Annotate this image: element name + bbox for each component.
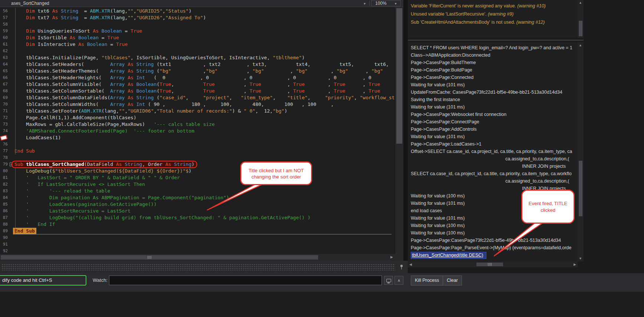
code-line: 74 'ABMShared.ConnectFooterFixed(Page) '… bbox=[0, 128, 394, 134]
kill-process-button[interactable]: Kill Process bbox=[411, 276, 443, 286]
log-line: Page->CasesPage:BuildPage bbox=[411, 66, 578, 74]
fold-margin bbox=[10, 61, 14, 68]
method-dropdown[interactable]: ases_SortChanged ▾ bbox=[0, 1, 368, 6]
scroll-right-icon[interactable]: ▶ bbox=[390, 255, 393, 259]
fold-margin bbox=[10, 81, 14, 88]
logs-vscrollbar[interactable]: ▲ ▼ bbox=[578, 42, 584, 261]
line-number: 88 bbox=[0, 221, 10, 228]
annotation-code-callout: Title clicked but I am NOT changing the … bbox=[240, 161, 312, 185]
line-number: 58 bbox=[0, 21, 10, 28]
code-editor[interactable]: 56 Dim txt6 As String = ABM.XTR(lang,"",… bbox=[0, 7, 394, 254]
line-number: 77 bbox=[0, 148, 10, 154]
code-text: tblCases.SetFooter(ABM.XTR(lang,"","UGRI… bbox=[14, 108, 287, 114]
log-line: Page->CasesPage:AddControls bbox=[411, 126, 578, 133]
logs-vscroll-thumb[interactable] bbox=[579, 161, 582, 216]
scroll-grip-icon bbox=[148, 256, 151, 259]
code-vscroll-thumb[interactable] bbox=[396, 8, 402, 144]
line-number: 79 bbox=[0, 161, 10, 168]
watch-input[interactable] bbox=[109, 276, 382, 285]
fold-margin bbox=[10, 188, 14, 194]
warning-line: Sub 'CreateHtmlAndAttachmentsBody' is no… bbox=[411, 18, 578, 26]
line-number: 65 bbox=[0, 68, 10, 74]
log-line: SELECT ca.case_id, ca.project_id, ca.tit… bbox=[411, 170, 578, 177]
bottom-bar: dify code and hit Ctrl+S Watch: ∧ Kill P… bbox=[0, 273, 644, 292]
fold-margin bbox=[10, 181, 14, 188]
line-number: 76 bbox=[0, 141, 10, 148]
warning-line: Unused variable 'LastSortRecursive'. (wa… bbox=[411, 10, 578, 18]
warning-list: Variable 'FilterCurrent' is never assign… bbox=[411, 2, 578, 26]
clear-button[interactable]: Clear bbox=[443, 276, 462, 286]
callout-text: Event fired, TITLE bbox=[522, 200, 574, 207]
fold-margin bbox=[10, 34, 14, 41]
log-lines: SELECT * FROM users WHERE login_email=? … bbox=[411, 44, 578, 259]
code-line: 65 tblCases.SetHeaderThemes( Array As St… bbox=[0, 68, 394, 74]
code-text: LoadCases(1) bbox=[14, 134, 61, 141]
code-text: tblCases.SetColumnDataFields(Array As St… bbox=[14, 94, 394, 101]
line-number: 83 bbox=[0, 188, 10, 194]
scroll-up-icon[interactable]: ▲ bbox=[579, 1, 582, 4]
line-number: 67 bbox=[0, 81, 10, 88]
chevron-down-icon: ▾ bbox=[361, 1, 368, 6]
code-text: ' Dim pagination As ABMPagination = Page… bbox=[14, 194, 229, 201]
pin-icon[interactable] bbox=[399, 264, 404, 271]
code-text: ' LastSortRecursive = LastSort bbox=[14, 208, 131, 214]
code-line: 71 tblCases.SetFooter(ABM.XTR(lang,"","U… bbox=[0, 108, 394, 114]
line-number: 81 bbox=[0, 174, 10, 181]
indent-guide bbox=[15, 8, 16, 154]
code-line: 90 bbox=[0, 234, 394, 241]
device-button[interactable] bbox=[384, 276, 393, 285]
fold-margin bbox=[10, 74, 14, 81]
callout-text: changing the sort order bbox=[241, 174, 311, 180]
code-text: Dim UsingQueriesToSort As Boolean = True bbox=[14, 28, 142, 34]
logs-panel[interactable]: SELECT * FROM users WHERE login_email=? … bbox=[408, 42, 578, 261]
log-line: Waiting for value (100 ms) bbox=[411, 229, 578, 237]
fold-margin bbox=[10, 194, 14, 201]
code-line: 56 Dim txt6 As String = ABM.XTR(lang,"",… bbox=[0, 8, 394, 14]
warnings-vscrollbar[interactable]: ▲ bbox=[578, 0, 584, 38]
code-text: End Sub bbox=[14, 228, 36, 234]
fold-margin bbox=[10, 8, 14, 14]
collapse-button[interactable]: ∧ bbox=[394, 276, 403, 285]
scroll-down-icon[interactable]: ▼ bbox=[579, 257, 582, 260]
code-line: 91 bbox=[0, 241, 394, 248]
log-line-selected: tblUsers_SortChanged(title DESC) bbox=[411, 251, 578, 259]
code-text: ' '--- reload the table bbox=[14, 188, 110, 194]
line-number: 92 bbox=[0, 248, 10, 254]
code-hscroll-thumb[interactable] bbox=[1, 255, 318, 260]
line-number: 70 bbox=[0, 101, 10, 108]
warnings-vscroll-thumb[interactable] bbox=[579, 21, 582, 36]
logs-hscrollbar[interactable]: ◀ ▶ bbox=[408, 261, 578, 267]
code-hscrollbar[interactable]: ▶ bbox=[0, 254, 394, 261]
code-line: 85 ' LoadCases(pagination.GetActivePage(… bbox=[0, 201, 394, 208]
scroll-right-icon[interactable]: ▶ bbox=[574, 263, 576, 266]
callout-text: Title clicked but I am NOT bbox=[241, 167, 311, 174]
code-vscrollbar[interactable] bbox=[395, 7, 403, 254]
zoom-dropdown[interactable]: 100% ▾ bbox=[371, 0, 401, 6]
code-line: 57 Dim txt7 As String = ABM.XTR(lang,"",… bbox=[0, 14, 394, 21]
log-line: Waiting for value (101 ms) bbox=[411, 81, 578, 89]
fold-margin bbox=[10, 134, 14, 141]
line-number: 64 bbox=[0, 61, 10, 68]
code-text: End Sub bbox=[14, 148, 35, 154]
code-text: Dim IsSortible As Boolean = True bbox=[14, 34, 119, 41]
fold-margin bbox=[10, 68, 14, 74]
scroll-left-icon[interactable]: ◀ bbox=[409, 263, 412, 266]
log-line: Offset->SELECT ca.case_id, ca.project_id… bbox=[411, 148, 578, 155]
splitter-handle[interactable] bbox=[0, 261, 408, 273]
code-text: ' LogDebug("(calling build grid) from tb… bbox=[14, 214, 310, 221]
code-text: ' LoadCases(pagination.GetActivePage()) bbox=[14, 201, 157, 208]
scroll-up-icon[interactable]: ▲ bbox=[579, 43, 582, 47]
line-number: 69 bbox=[0, 94, 10, 101]
line-number: 89 bbox=[0, 228, 10, 234]
code-line: 87 ' LogDebug("(calling build grid) from… bbox=[0, 214, 394, 221]
log-line: Page->CasesPage:CasesPage73fc22d1-bf5e-4… bbox=[411, 237, 578, 244]
annotation-log-callout: Event fired, TITLE clicked bbox=[521, 190, 575, 224]
code-text: tblCases.SetHeaders( Array As String (tx… bbox=[14, 61, 394, 68]
fold-margin bbox=[10, 28, 14, 34]
method-dropdown-value: ases_SortChanged bbox=[11, 1, 49, 6]
callout-text: clicked bbox=[522, 207, 574, 214]
code-text: ' If LastSortRecursive <> LastSort Then bbox=[14, 181, 145, 188]
logs-hscroll-thumb[interactable] bbox=[476, 263, 503, 266]
code-text: Page.CellR(1,1).AddComponent(tblCases) bbox=[14, 114, 136, 121]
fold-margin bbox=[10, 21, 14, 28]
